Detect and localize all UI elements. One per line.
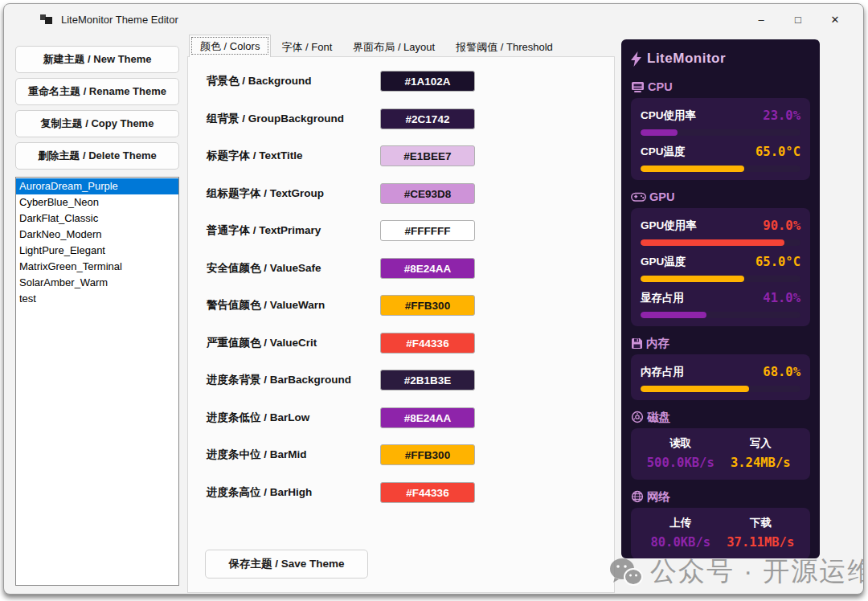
- color-swatch-button[interactable]: #2B1B3E: [380, 370, 475, 390]
- theme-list-item[interactable]: AuroraDream_Purple: [16, 178, 178, 194]
- metric-group: CPU使用率23.0%CPU温度65.0°C: [631, 98, 810, 180]
- theme-list-item[interactable]: SolarAmber_Warm: [16, 275, 178, 291]
- color-row-label: 组背景 / GroupBackground: [207, 108, 344, 129]
- color-row: 安全值颜色 / ValueSafe#8E24AA: [187, 258, 615, 279]
- pair-value: 37.11MB/s: [721, 532, 801, 553]
- progress-fill: [641, 129, 678, 136]
- progress-track: [641, 166, 800, 172]
- app-window: LiteMonitor Theme Editor – □ ✕ 新建主题 / Ne…: [3, 3, 864, 595]
- metric: CPU使用率23.0%: [641, 106, 800, 136]
- preview-title-text: LiteMonitor: [647, 51, 726, 67]
- pair-value: 500.0KB/s: [641, 452, 721, 473]
- color-swatch-button[interactable]: #F44336: [380, 482, 475, 503]
- metric-group: 读取500.0KB/s写入3.24MB/s: [631, 428, 810, 480]
- gamepad-icon: [631, 192, 646, 202]
- title-bar: LiteMonitor Theme Editor – □ ✕: [4, 4, 863, 35]
- pair-label: 读取: [641, 435, 721, 452]
- close-button[interactable]: ✕: [817, 6, 854, 32]
- metric: GPU使用率90.0%: [641, 216, 800, 246]
- metric-value: 90.0%: [763, 219, 800, 233]
- metric-value: 41.0%: [763, 291, 800, 305]
- color-row: 严重值颜色 / ValueCrit#F44336: [187, 333, 615, 354]
- preview-title: LiteMonitor: [631, 47, 810, 70]
- color-swatch-button[interactable]: #E1BEE7: [380, 145, 475, 166]
- theme-list[interactable]: AuroraDream_PurpleCyberBlue_NeonDarkFlat…: [15, 177, 179, 586]
- tab-layout[interactable]: 界面布局 / Layout: [342, 37, 445, 57]
- color-row: 进度条低位 / BarLow#8E24AA: [187, 407, 615, 428]
- preview-sections: CPUCPU使用率23.0%CPU温度65.0°CGPUGPU使用率90.0%G…: [631, 77, 810, 558]
- theme-list-item[interactable]: LightPure_Elegant: [16, 243, 178, 259]
- progress-fill: [641, 312, 706, 318]
- color-swatch-button[interactable]: #F44336: [380, 333, 475, 354]
- color-swatch-button[interactable]: #8E24AA: [380, 258, 475, 279]
- theme-list-item[interactable]: DarkNeo_Modern: [16, 227, 178, 243]
- tab-font[interactable]: 字体 / Font: [271, 37, 342, 57]
- app-icon: [39, 13, 54, 26]
- metric-row: 显存占用41.0%: [641, 288, 800, 308]
- window-title: LiteMonitor Theme Editor: [61, 14, 178, 26]
- theme-list-item[interactable]: DarkFlat_Classic: [16, 211, 178, 227]
- color-row-label: 组标题字体 / TextGroup: [207, 183, 324, 204]
- theme-list-item[interactable]: test: [16, 291, 178, 307]
- preview-panel: LiteMonitor CPUCPU使用率23.0%CPU温度65.0°CGPU…: [621, 39, 820, 558]
- tab-strip: 颜色 / Colors字体 / Font界面布局 / Layout报警阈值 / …: [189, 36, 563, 57]
- pair-columns: 读取500.0KB/s写入3.24MB/s: [641, 435, 800, 473]
- pair-cell: 上传80.0KB/s: [641, 514, 721, 553]
- tab-page-colors: [187, 56, 615, 593]
- metric-label: CPU温度: [641, 145, 686, 159]
- metric-value: 23.0%: [763, 108, 800, 123]
- metric-row: 内存占用68.0%: [641, 362, 800, 382]
- metric-label: GPU使用率: [641, 219, 697, 233]
- color-row-label: 进度条背景 / BarBackground: [207, 370, 351, 390]
- tab-colors[interactable]: 颜色 / Colors: [189, 35, 271, 57]
- progress-track: [641, 386, 800, 392]
- pair-label: 写入: [721, 435, 801, 452]
- color-row-label: 背景色 / Background: [207, 71, 312, 92]
- maximize-button[interactable]: □: [780, 6, 817, 32]
- color-swatch-button[interactable]: #FFB300: [380, 295, 475, 316]
- color-row: 标题字体 / TextTitle#E1BEE7: [187, 145, 615, 166]
- save-theme-button[interactable]: 保存主题 / Save Theme: [205, 550, 368, 579]
- theme-action-buttons: 新建主题 / New Theme重命名主题 / Rename Theme复制主题…: [15, 46, 179, 174]
- color-row-label: 进度条高位 / BarHigh: [207, 482, 312, 503]
- color-row-label: 严重值颜色 / ValueCrit: [207, 333, 317, 354]
- metric-value: 65.0°C: [755, 255, 800, 269]
- pair-value: 80.0KB/s: [641, 532, 721, 553]
- pair-value: 3.24MB/s: [721, 452, 801, 473]
- color-swatch-button[interactable]: #2C1742: [380, 108, 475, 129]
- progress-track: [641, 129, 800, 136]
- metric: GPU温度65.0°C: [641, 252, 800, 282]
- tab-threshold[interactable]: 报警阈值 / Threshold: [445, 37, 563, 57]
- color-swatch-button[interactable]: #1A102A: [380, 71, 475, 92]
- theme-list-item[interactable]: CyberBlue_Neon: [16, 194, 178, 211]
- progress-fill: [641, 166, 744, 172]
- disk-icon: [631, 411, 644, 423]
- color-row: 进度条背景 / BarBackground#2B1B3E: [187, 370, 615, 390]
- metric-group: 上传80.0KB/s下载37.11MB/s: [631, 508, 810, 558]
- color-swatch-button[interactable]: #8E24AA: [380, 407, 475, 428]
- sidebar-button-delete-theme[interactable]: 删除主题 / Delete Theme: [15, 142, 179, 170]
- window-controls: – □ ✕: [743, 4, 854, 35]
- minimize-button[interactable]: –: [743, 6, 780, 32]
- metric-row: CPU温度65.0°C: [641, 142, 800, 161]
- color-row: 警告值颜色 / ValueWarn#FFB300: [187, 295, 615, 316]
- color-swatch-button[interactable]: #CE93D8: [380, 183, 475, 204]
- sidebar-button-copy-theme[interactable]: 复制主题 / Copy Theme: [15, 110, 179, 137]
- sidebar-button-new-theme[interactable]: 新建主题 / New Theme: [15, 46, 179, 73]
- color-row-label: 普通字体 / TextPrimary: [207, 220, 321, 241]
- section-name: 磁盘: [647, 410, 670, 425]
- color-row: 进度条中位 / BarMid#FFB300: [187, 444, 615, 465]
- color-swatch-button[interactable]: #FFFFFF: [380, 220, 475, 241]
- metric-group: GPU使用率90.0%GPU温度65.0°C显存占用41.0%: [631, 208, 810, 326]
- network-icon: [631, 490, 644, 503]
- section-header-网络: 网络: [631, 487, 810, 506]
- color-row-label: 标题字体 / TextTitle: [207, 145, 303, 166]
- sidebar-button-rename-theme[interactable]: 重命名主题 / Rename Theme: [15, 78, 179, 105]
- metric-row: GPU使用率90.0%: [641, 216, 800, 235]
- color-swatch-button[interactable]: #FFB300: [380, 444, 475, 465]
- theme-list-item[interactable]: MatrixGreen_Terminal: [16, 259, 178, 275]
- section-header-cpu: CPU: [631, 77, 810, 96]
- metric-label: 显存占用: [641, 291, 684, 305]
- color-row-label: 安全值颜色 / ValueSafe: [207, 258, 321, 279]
- color-row-label: 进度条低位 / BarLow: [207, 407, 309, 428]
